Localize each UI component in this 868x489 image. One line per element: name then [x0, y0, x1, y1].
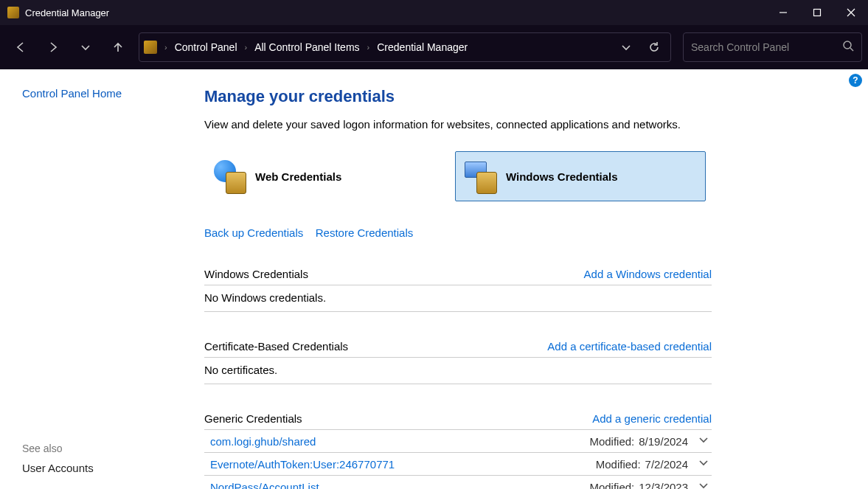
address-bar[interactable]: › Control Panel › All Control Panel Item… [139, 32, 671, 62]
control-panel-home-link[interactable]: Control Panel Home [22, 87, 181, 100]
up-button[interactable] [103, 32, 133, 62]
restore-credentials-link[interactable]: Restore Credentials [316, 226, 414, 239]
svg-line-5 [850, 48, 853, 51]
windows-credentials-label: Windows Credentials [506, 170, 618, 183]
web-credentials-tab[interactable]: Web Credentials [204, 151, 455, 201]
windows-credentials-tab[interactable]: Windows Credentials [455, 151, 706, 201]
credential-row[interactable]: NordPass/AccountList Modified: 12/3/2023 [204, 476, 712, 489]
modified-label: Modified: [596, 458, 641, 471]
see-also-heading: See also [22, 443, 181, 454]
chevron-down-icon[interactable] [698, 480, 709, 489]
main-panel: Manage your credentials View and delete … [181, 69, 726, 489]
chevron-right-icon[interactable]: › [162, 43, 170, 52]
credential-name: com.logi.ghub/shared [210, 435, 589, 448]
chevron-down-icon[interactable] [698, 434, 709, 448]
cert-creds-section-title: Certificate-Based Credentials [204, 340, 547, 353]
modified-label: Modified: [589, 435, 634, 448]
credential-name: Evernote/AuthToken:User:246770771 [210, 458, 596, 471]
page-subtitle: View and delete your saved logon informa… [204, 118, 712, 131]
backup-credentials-link[interactable]: Back up Credentials [204, 226, 303, 239]
breadcrumb-leaf[interactable]: Credential Manager [377, 41, 468, 53]
breadcrumb-mid[interactable]: All Control Panel Items [254, 41, 359, 53]
search-box[interactable] [683, 32, 862, 62]
app-icon [7, 7, 19, 18]
credential-name: NordPass/AccountList [210, 481, 589, 490]
credential-date: 12/3/2023 [639, 481, 688, 490]
chevron-down-icon[interactable] [698, 457, 709, 471]
svg-point-4 [844, 41, 851, 49]
user-accounts-link[interactable]: User Accounts [22, 462, 181, 474]
credential-row[interactable]: com.logi.ghub/shared Modified: 8/19/2024 [204, 430, 712, 453]
recent-locations-button[interactable] [71, 32, 100, 62]
windows-creds-empty: No Windows credentials. [204, 285, 712, 312]
generic-creds-section-title: Generic Credentials [204, 412, 592, 425]
windows-credentials-icon [463, 159, 499, 194]
chevron-right-icon[interactable]: › [242, 43, 251, 52]
forward-button[interactable] [38, 32, 68, 62]
back-button[interactable] [6, 32, 35, 62]
svg-rect-1 [814, 10, 821, 16]
add-cert-credential-link[interactable]: Add a certificate-based credential [547, 340, 712, 353]
control-panel-icon [144, 41, 157, 54]
nav-toolbar: › Control Panel › All Control Panel Item… [0, 25, 868, 69]
modified-label: Modified: [589, 481, 634, 490]
help-icon[interactable]: ? [849, 74, 862, 87]
cert-creds-empty: No certificates. [204, 358, 712, 384]
maximize-button[interactable] [800, 0, 834, 25]
credential-date: 8/19/2024 [639, 435, 688, 448]
add-generic-credential-link[interactable]: Add a generic credential [592, 412, 712, 425]
window-title: Credential Manager [25, 7, 766, 18]
web-credentials-label: Web Credentials [255, 170, 341, 183]
minimize-button[interactable] [766, 0, 800, 25]
address-history-button[interactable] [614, 32, 638, 62]
add-windows-credential-link[interactable]: Add a Windows credential [584, 268, 712, 280]
credential-date: 7/2/2024 [645, 458, 688, 471]
chevron-right-icon[interactable]: › [364, 43, 373, 52]
search-icon[interactable] [842, 40, 854, 55]
title-bar: Credential Manager [0, 0, 868, 25]
breadcrumb-root[interactable]: Control Panel [175, 41, 237, 53]
refresh-button[interactable] [642, 32, 666, 62]
credential-row[interactable]: Evernote/AuthToken:User:246770771 Modifi… [204, 453, 712, 476]
close-button[interactable] [834, 0, 868, 25]
web-credentials-icon [212, 159, 248, 194]
search-input[interactable] [691, 41, 842, 53]
page-heading: Manage your credentials [204, 87, 712, 106]
windows-creds-section-title: Windows Credentials [204, 268, 584, 280]
sidebar: Control Panel Home See also User Account… [0, 69, 181, 489]
